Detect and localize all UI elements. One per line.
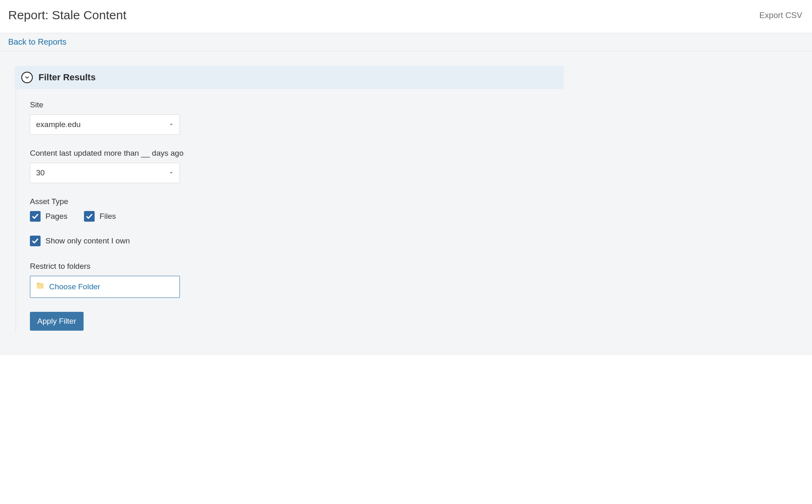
choose-folder-button[interactable]: Choose Folder (30, 276, 180, 298)
filter-title: Filter Results (39, 72, 95, 83)
days-select[interactable]: 30 (30, 163, 180, 183)
pages-checkbox-label: Pages (45, 212, 68, 221)
folder-icon (35, 282, 45, 292)
days-label: Content last updated more than __ days a… (30, 149, 564, 158)
show-only-own-label: Show only content I own (45, 236, 130, 245)
caret-down-icon (169, 120, 174, 129)
show-only-own-checkbox[interactable] (30, 236, 41, 246)
restrict-folders-label: Restrict to folders (30, 262, 564, 271)
filter-panel: Filter Results Site example.edu Content … (15, 66, 564, 331)
days-select-value: 30 (36, 168, 45, 177)
collapse-toggle-icon[interactable] (21, 72, 33, 83)
site-label: Site (30, 100, 564, 109)
filter-header[interactable]: Filter Results (15, 66, 564, 89)
svg-marker-1 (170, 172, 173, 174)
site-select[interactable]: example.edu (30, 114, 180, 135)
files-checkbox[interactable] (84, 211, 95, 222)
back-to-reports-link[interactable]: Back to Reports (8, 37, 66, 46)
caret-down-icon (169, 168, 174, 177)
files-checkbox-label: Files (100, 212, 116, 221)
choose-folder-label: Choose Folder (49, 282, 100, 291)
pages-checkbox[interactable] (30, 211, 41, 222)
apply-filter-button[interactable]: Apply Filter (30, 312, 84, 331)
asset-type-label: Asset Type (30, 197, 564, 206)
svg-marker-0 (170, 124, 173, 125)
export-csv-link[interactable]: Export CSV (760, 11, 802, 20)
page-title: Report: Stale Content (8, 8, 127, 22)
site-select-value: example.edu (36, 120, 81, 129)
